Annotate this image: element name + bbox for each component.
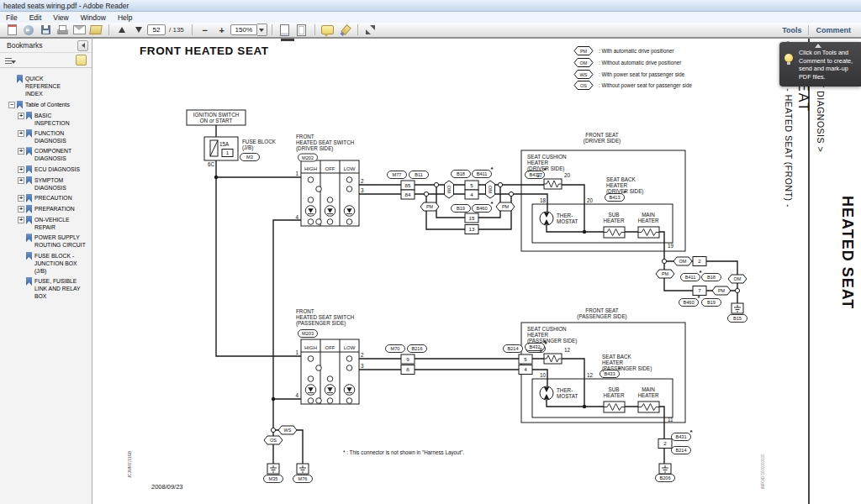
option-badge-label: PM [502, 204, 510, 209]
bookmark-item[interactable]: QUICK REFERENCE INDEX [8, 75, 89, 98]
switch-contact [316, 365, 322, 371]
bookmark-label: FUSE, FUSIBLE LINK AND RELAY BOX [34, 277, 87, 301]
pin-number: 7 [698, 287, 701, 293]
menu-help[interactable]: Help [112, 13, 138, 22]
toolbar-divider [272, 24, 272, 35]
tooltip-text: Click on Tools and Comment to create, se… [799, 49, 853, 81]
bookmark-label: ON-VEHICLE REPAIR [34, 216, 87, 231]
bookmark-label: FUSE BLOCK - JUNCTION BOX (J/B) [34, 252, 87, 276]
expander-icon[interactable]: + [18, 177, 24, 184]
bookmark-tree: QUICK REFERENCE INDEX−Table of Contents+… [0, 68, 92, 301]
option-badge-label: OM [734, 276, 742, 281]
fit-page-icon[interactable] [295, 24, 309, 36]
scrolling-mode-icon[interactable] [278, 24, 292, 36]
junction-circle [509, 192, 513, 196]
junction-dot [272, 397, 275, 401]
zoom-dropdown-icon[interactable] [257, 24, 267, 36]
bookmark-item[interactable]: FUSE BLOCK - JUNCTION BOX (J/B) [8, 252, 89, 276]
bookmark-item[interactable]: +ON-VEHICLE REPAIR [8, 216, 89, 231]
connector-id: B413 [609, 195, 620, 200]
diagram-label: HEATER [603, 218, 625, 223]
pin-number: 5 [524, 356, 527, 362]
window-title: heated seats wiring.pdf - Adobe Reader [3, 2, 129, 10]
highlight-icon[interactable] [338, 24, 351, 36]
connector-id: M202 [302, 155, 314, 160]
zoom-level-value[interactable]: 150% [230, 24, 257, 35]
diagram-label: : With power seat for passenger side [599, 71, 685, 78]
previous-page-button[interactable] [115, 24, 129, 36]
document-icon[interactable] [5, 24, 18, 36]
star-mark: * [690, 428, 694, 436]
option-badge-label: OM [580, 60, 588, 66]
heater-element [638, 229, 659, 236]
bookmark-item[interactable]: POWER SUPPLY ROUTING CIRCUIT [8, 234, 89, 249]
expander-icon[interactable]: + [18, 166, 24, 173]
save-icon[interactable] [39, 24, 52, 36]
send-file-icon[interactable] [22, 24, 35, 36]
diagram-label: 19 [668, 243, 674, 249]
expander-icon[interactable]: + [18, 130, 24, 137]
connector-id: B411 [477, 171, 488, 176]
diagram-label: 12 [587, 372, 594, 378]
page-number-input[interactable] [147, 24, 166, 35]
print-icon[interactable] [55, 24, 69, 36]
diagram-label: HEATED SEAT [839, 196, 856, 309]
menu-file[interactable]: File [0, 13, 24, 22]
bookmark-item[interactable]: +SYMPTOM DIAGNOSIS [8, 176, 89, 192]
zoom-out-button[interactable]: − [198, 24, 212, 36]
next-page-button[interactable] [132, 24, 145, 36]
share-pdf-icon[interactable] [89, 24, 103, 36]
menu-window[interactable]: Window [75, 13, 112, 22]
diagram-label: 2 [361, 352, 364, 358]
connector-id: M3 [246, 155, 253, 160]
bookmark-item[interactable]: FUSE, FUSIBLE LINK AND RELAY BOX [8, 277, 89, 301]
expander-icon[interactable]: + [18, 217, 24, 223]
junction-dot [583, 405, 586, 408]
menu-edit[interactable]: Edit [24, 13, 48, 22]
expander-icon[interactable]: + [18, 206, 24, 213]
options-dropdown-icon[interactable] [5, 56, 16, 65]
option-badge-label: OM [679, 259, 687, 264]
bookmark-label: COMPONENT DIAGNOSIS [34, 147, 87, 162]
bookmark-icon [17, 75, 23, 83]
bookmark-item[interactable]: +FUNCTION DIAGNOSIS [8, 129, 89, 144]
diagram-label: * : This connector is not shown in "Harn… [343, 449, 465, 456]
expander-icon[interactable]: + [18, 113, 24, 119]
pin-number: 1 [226, 150, 230, 155]
bookmark-label: FUNCTION DIAGNOSIS [34, 129, 87, 144]
fullscreen-icon[interactable] [364, 24, 378, 36]
diagram-label: OFF [325, 166, 335, 171]
zoom-in-button[interactable]: + [215, 24, 229, 36]
chevron-up-icon[interactable] [815, 44, 821, 48]
switch-contact [346, 186, 352, 192]
diagram-label: 17 [536, 172, 543, 178]
bookmark-item[interactable]: +BASIC INSPECTION [8, 112, 89, 127]
diagram-label: HEATER [603, 392, 625, 398]
diagram-label: 6C [208, 161, 215, 167]
expander-icon[interactable]: + [18, 195, 24, 202]
collapse-panel-button[interactable] [77, 40, 88, 51]
sticky-note-icon[interactable] [321, 24, 335, 36]
expander-icon[interactable]: − [8, 102, 15, 108]
bookmark-item[interactable]: +PRECAUTION [8, 194, 89, 202]
bookmark-item[interactable]: +COMPONENT DIAGNOSIS [8, 147, 89, 162]
bookmark-item[interactable]: +ECU DIAGNOSIS [8, 165, 89, 174]
pin-number: 5 [470, 182, 473, 188]
diagram-label: 10 [540, 372, 547, 378]
menu-view[interactable]: View [47, 13, 74, 22]
diagram-label: MOSTAT [557, 218, 578, 224]
expand-current-bookmark-icon[interactable] [76, 55, 87, 66]
switch-contact [346, 356, 352, 362]
tools-button[interactable]: Tools [775, 26, 808, 34]
diagram-label: HEATER [637, 218, 659, 223]
bookmark-item[interactable]: +PREPARATION [8, 205, 89, 213]
bookmark-item[interactable]: −Table of Contents [8, 101, 89, 109]
diagram-label: (DRIVER SIDE) [296, 145, 333, 152]
page-total: / 135 [169, 26, 184, 34]
bookmark-label: Table of Contents [25, 101, 77, 108]
pin-number: 13 [469, 226, 475, 232]
email-icon[interactable] [72, 24, 86, 36]
comment-button[interactable]: Comment [809, 26, 858, 34]
diagram-label: HEATED SEAT SWITCH [296, 139, 355, 145]
expander-icon[interactable]: + [18, 148, 24, 155]
